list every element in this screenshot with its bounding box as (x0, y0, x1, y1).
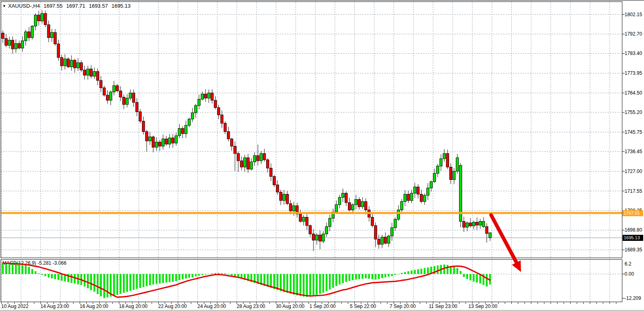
hline-price-badge: 1707.01 (623, 210, 643, 216)
window-top-edge (0, 0, 644, 1)
last-price-badge: 1695.13 (623, 235, 643, 241)
main-chart-area[interactable] (1, 2, 622, 258)
window-bottom-edge (0, 310, 644, 312)
macd-panel-area[interactable] (1, 259, 622, 302)
